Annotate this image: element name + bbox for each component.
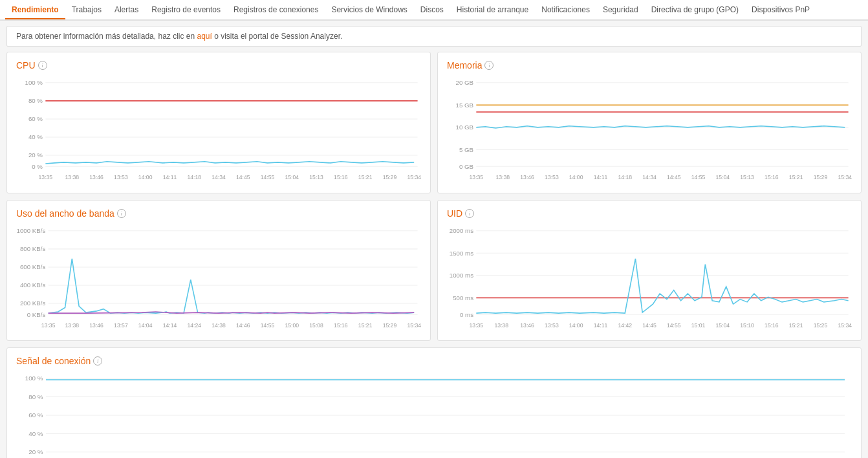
- svg-text:13:53: 13:53: [114, 174, 128, 180]
- svg-text:15:13: 15:13: [740, 174, 754, 180]
- memoria-title: Memoria i: [447, 60, 852, 71]
- svg-text:14:11: 14:11: [594, 322, 608, 328]
- nav-item-registro-eventos[interactable]: Registro de eventos: [145, 1, 227, 19]
- cpu-card: CPU i 100 % 80 % 60 % 40 % 20 % 0 %: [6, 52, 431, 193]
- svg-text:100 %: 100 %: [25, 375, 43, 382]
- nav-bar: Rendimiento Trabajos Alertas Registro de…: [0, 0, 868, 21]
- svg-text:15:16: 15:16: [334, 322, 348, 328]
- nav-item-seguridad[interactable]: Seguridad: [596, 1, 645, 19]
- svg-text:0 GB: 0 GB: [459, 163, 473, 170]
- banda-title: Uso del ancho de banda i: [16, 208, 421, 219]
- nav-item-alertas[interactable]: Alertas: [108, 1, 145, 19]
- svg-text:14:38: 14:38: [212, 322, 226, 328]
- svg-text:14:55: 14:55: [261, 322, 275, 328]
- svg-text:14:45: 14:45: [642, 322, 656, 328]
- svg-text:15:00: 15:00: [285, 322, 299, 328]
- svg-text:15:21: 15:21: [789, 174, 803, 180]
- nav-item-dispositivos-pnp[interactable]: Dispositivos PnP: [745, 1, 816, 19]
- svg-text:1500 ms: 1500 ms: [450, 249, 473, 256]
- svg-text:15:16: 15:16: [765, 322, 779, 328]
- memoria-card: Memoria i 20 GB 15 GB 10 GB 5 GB 0 GB: [437, 52, 862, 193]
- svg-text:15:13: 15:13: [309, 174, 323, 180]
- svg-text:15:34: 15:34: [407, 322, 421, 328]
- svg-text:14:55: 14:55: [261, 174, 275, 180]
- svg-text:14:42: 14:42: [618, 322, 632, 328]
- svg-text:15:04: 15:04: [716, 322, 730, 328]
- banner-link[interactable]: aquí: [197, 32, 212, 41]
- svg-text:14:55: 14:55: [691, 174, 706, 180]
- uid-title: UID i: [447, 208, 852, 219]
- svg-text:15:34: 15:34: [838, 174, 852, 180]
- svg-text:15 GB: 15 GB: [455, 102, 473, 109]
- svg-text:1000 ms: 1000 ms: [450, 272, 473, 279]
- svg-text:15:01: 15:01: [691, 322, 706, 328]
- svg-text:20 %: 20 %: [28, 151, 43, 158]
- svg-text:20 GB: 20 GB: [455, 79, 473, 86]
- nav-item-discos[interactable]: Discos: [414, 1, 450, 19]
- svg-text:0 %: 0 %: [32, 163, 43, 170]
- memoria-info-icon[interactable]: i: [484, 61, 494, 70]
- svg-text:13:46: 13:46: [520, 174, 534, 180]
- nav-item-servicios-windows[interactable]: Servicios de Windows: [325, 1, 413, 19]
- svg-text:0 KB/s: 0 KB/s: [27, 311, 46, 318]
- svg-text:15:21: 15:21: [789, 322, 803, 328]
- charts-grid: CPU i 100 % 80 % 60 % 40 % 20 % 0 %: [0, 52, 868, 458]
- cpu-title: CPU i: [16, 60, 421, 71]
- svg-text:15:21: 15:21: [358, 174, 373, 180]
- svg-text:14:45: 14:45: [236, 174, 250, 180]
- svg-text:200 KB/s: 200 KB/s: [20, 300, 46, 307]
- svg-text:15:21: 15:21: [358, 322, 373, 328]
- svg-text:15:34: 15:34: [838, 322, 852, 328]
- svg-text:14:46: 14:46: [236, 322, 250, 328]
- banda-info-icon[interactable]: i: [117, 209, 126, 218]
- banner-text-middle: o visita el portal de Session Analyzer.: [212, 32, 342, 41]
- svg-text:60 %: 60 %: [28, 412, 43, 419]
- svg-text:2000 ms: 2000 ms: [450, 227, 473, 234]
- svg-text:500 ms: 500 ms: [453, 294, 473, 301]
- svg-text:600 KB/s: 600 KB/s: [20, 263, 46, 270]
- cpu-chart: 100 % 80 % 60 % 40 % 20 % 0 % 13:35 13:3…: [16, 76, 421, 188]
- nav-item-historial-arranque[interactable]: Historial de arranque: [450, 1, 535, 19]
- info-banner: Para obtener información más detallada, …: [6, 26, 862, 47]
- uid-card: UID i 2000 ms 1500 ms 1000 ms 500 ms 0 m…: [437, 200, 862, 342]
- svg-text:15:29: 15:29: [383, 322, 397, 328]
- svg-text:14:11: 14:11: [163, 174, 177, 180]
- svg-text:14:45: 14:45: [667, 174, 681, 180]
- senal-title: Señal de conexión i: [16, 356, 852, 366]
- svg-text:15:08: 15:08: [309, 322, 323, 328]
- svg-text:15:34: 15:34: [407, 174, 421, 180]
- svg-text:13:38: 13:38: [494, 322, 508, 328]
- senal-chart: 100 % 80 % 60 % 40 % 20 % 0 % 13:38 13:4…: [16, 371, 852, 458]
- svg-text:13:57: 13:57: [114, 322, 128, 328]
- nav-item-registros-conexiones[interactable]: Registros de conexiones: [227, 1, 325, 19]
- svg-text:13:35: 13:35: [470, 322, 484, 328]
- svg-text:13:35: 13:35: [41, 322, 56, 328]
- svg-text:13:38: 13:38: [65, 322, 80, 328]
- svg-text:13:46: 13:46: [89, 322, 103, 328]
- svg-text:13:38: 13:38: [65, 174, 80, 180]
- svg-text:14:18: 14:18: [618, 174, 632, 180]
- senal-info-icon[interactable]: i: [93, 356, 102, 365]
- memoria-chart: 20 GB 15 GB 10 GB 5 GB 0 GB 13:35 13:38 …: [447, 76, 852, 188]
- svg-text:14:24: 14:24: [187, 322, 201, 328]
- uid-info-icon[interactable]: i: [465, 209, 474, 218]
- svg-text:0 ms: 0 ms: [460, 311, 473, 318]
- nav-item-notificaciones[interactable]: Notificaciones: [535, 1, 596, 19]
- svg-text:14:18: 14:18: [187, 174, 201, 180]
- banda-chart: 1000 KB/s 800 KB/s 600 KB/s 400 KB/s 200…: [16, 224, 421, 336]
- svg-text:14:00: 14:00: [138, 174, 153, 180]
- svg-text:13:53: 13:53: [545, 174, 559, 180]
- svg-text:14:34: 14:34: [212, 174, 226, 180]
- svg-text:13:53: 13:53: [545, 322, 559, 328]
- nav-item-gpo[interactable]: Directiva de grupo (GPO): [645, 1, 745, 19]
- svg-text:14:55: 14:55: [667, 322, 681, 328]
- svg-text:5 GB: 5 GB: [459, 146, 473, 153]
- svg-text:15:04: 15:04: [716, 174, 730, 180]
- cpu-info-icon[interactable]: i: [38, 61, 47, 70]
- svg-text:800 KB/s: 800 KB/s: [20, 245, 46, 252]
- svg-text:10 GB: 10 GB: [455, 124, 473, 131]
- nav-item-rendimiento[interactable]: Rendimiento: [5, 1, 65, 19]
- nav-item-trabajos[interactable]: Trabajos: [65, 1, 108, 19]
- svg-text:40 %: 40 %: [28, 430, 43, 437]
- svg-text:13:38: 13:38: [496, 174, 510, 180]
